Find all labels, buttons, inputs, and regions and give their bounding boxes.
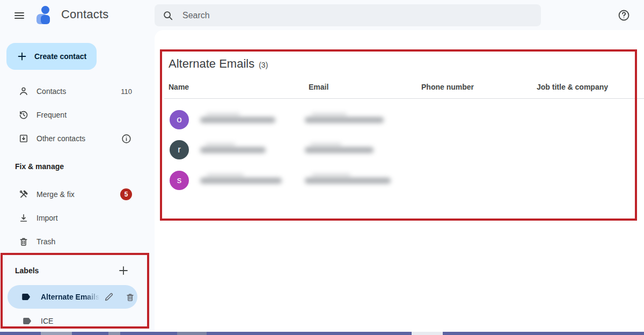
- trash-can-icon: [18, 236, 29, 247]
- help-button[interactable]: [612, 3, 635, 27]
- column-header-phone: Phone number: [421, 83, 474, 91]
- sidebar-item-frequent[interactable]: Frequent: [0, 103, 155, 127]
- download-icon: [18, 213, 29, 223]
- sidebar-item-label: Other contacts: [36, 134, 85, 143]
- app-title: Contacts: [61, 8, 108, 21]
- hamburger-menu-button[interactable]: [8, 4, 31, 27]
- contact-count: (3): [259, 61, 268, 69]
- top-bar: Contacts: [0, 0, 644, 30]
- sidebar-item-label: Frequent: [36, 111, 67, 119]
- contact-row[interactable]: r: [155, 135, 636, 165]
- avatar: o: [170, 110, 189, 129]
- redacted-email: [305, 147, 374, 153]
- sidebar-item-label: Import: [36, 214, 58, 222]
- taskbar-app-segment[interactable]: [412, 332, 443, 335]
- label-name: ICE: [41, 317, 53, 325]
- taskbar-app-segment[interactable]: [177, 332, 207, 335]
- sidebar-item-label: Trash: [36, 237, 55, 246]
- fix-manage-header: Fix & manage: [15, 162, 64, 171]
- history-clock-icon: [18, 110, 29, 120]
- contacts-count: 110: [121, 88, 132, 96]
- sidebar-item-other-contacts[interactable]: Other contacts: [0, 127, 155, 150]
- info-circle-icon[interactable]: [121, 133, 132, 144]
- search-icon: [162, 10, 174, 21]
- hamburger-icon: [13, 9, 26, 22]
- trash-can-icon: [125, 292, 135, 302]
- inbox-arrow-icon: [18, 133, 29, 144]
- pencil-icon: [104, 292, 114, 302]
- redacted-email: [305, 117, 384, 123]
- label-title-text: Alternate Emails: [169, 57, 254, 70]
- redacted-email: [305, 178, 391, 184]
- search-input[interactable]: [182, 11, 504, 20]
- contact-row[interactable]: s: [155, 165, 636, 195]
- sidebar: Create contact Contacts 110 Frequent Oth…: [0, 30, 155, 332]
- taskbar-app-segment[interactable]: [41, 332, 72, 335]
- avatar: r: [170, 140, 189, 159]
- add-label-button[interactable]: [114, 261, 133, 280]
- labels-header: Labels: [15, 266, 39, 275]
- label-name: Alternate Emails: [41, 293, 101, 301]
- sidebar-label-alternate-emails[interactable]: Alternate Emails: [8, 285, 137, 309]
- question-circle-icon: [617, 9, 631, 22]
- edit-label-button[interactable]: [101, 289, 116, 304]
- tag-icon: [21, 315, 33, 327]
- person-icon: [18, 86, 29, 97]
- sidebar-item-trash[interactable]: Trash: [0, 230, 155, 253]
- create-contact-button[interactable]: Create contact: [6, 43, 97, 70]
- sidebar-label-ice[interactable]: ICE: [0, 309, 149, 333]
- create-contact-label: Create contact: [34, 52, 86, 61]
- sidebar-item-merge-fix[interactable]: Merge & fix 5: [0, 183, 155, 206]
- taskbar-edge: [0, 332, 644, 335]
- redacted-name: [200, 147, 266, 153]
- merge-fix-badge: 5: [120, 188, 132, 200]
- main-content: Alternate Emails(3) Name Email Phone num…: [155, 30, 644, 332]
- sidebar-item-label: Merge & fix: [36, 190, 75, 199]
- table-header-divider: [164, 98, 644, 99]
- sidebar-item-import[interactable]: Import: [0, 206, 155, 230]
- sidebar-item-contacts[interactable]: Contacts 110: [0, 79, 155, 103]
- tag-icon: [20, 291, 32, 303]
- redacted-name: [200, 117, 275, 123]
- delete-label-button[interactable]: [123, 289, 137, 304]
- column-header-name: Name: [169, 83, 189, 91]
- contacts-logo-icon: [36, 6, 53, 24]
- page-title: Alternate Emails(3): [169, 57, 268, 71]
- taskbar-app-segment[interactable]: [108, 332, 120, 335]
- sidebar-item-label: Contacts: [36, 87, 66, 96]
- column-header-job: Job title & company: [537, 83, 608, 91]
- plus-icon: [117, 264, 130, 277]
- search-bar[interactable]: [155, 4, 541, 26]
- crossed-tools-icon: [18, 189, 29, 200]
- plus-icon: [16, 50, 28, 62]
- redacted-name: [200, 178, 282, 184]
- column-header-email: Email: [309, 83, 328, 91]
- avatar: s: [170, 171, 189, 190]
- contact-row[interactable]: o: [155, 105, 636, 135]
